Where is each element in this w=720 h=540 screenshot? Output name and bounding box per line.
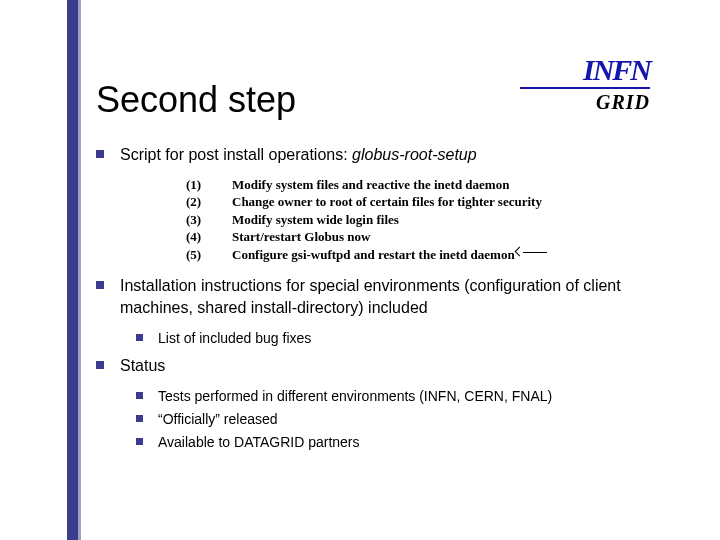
slide: INFN GRID Second step Script for post in… (0, 0, 720, 540)
step-num: (5) (186, 246, 210, 264)
step-num: (1) (186, 176, 210, 194)
logo-sub: GRID (520, 91, 650, 114)
step-num: (3) (186, 211, 210, 229)
bullet-install-instructions: Installation instructions for special en… (96, 275, 676, 318)
step-row: (5) Configure gsi-wuftpd and restart the… (186, 246, 676, 264)
subbullet-status: Tests performed in different environment… (136, 387, 676, 406)
subbullet-status: Available to DATAGRID partners (136, 433, 676, 452)
step-num: (4) (186, 228, 210, 246)
slide-body: Script for post install operations: glob… (96, 144, 676, 456)
step-text: Modify system files and reactive the ine… (232, 176, 509, 194)
step-row: (2) Change owner to root of certain file… (186, 193, 676, 211)
decorative-vertical-bar (67, 0, 78, 540)
bullet-script: Script for post install operations: glob… (96, 144, 676, 166)
bullet-script-em: globus-root-setup (352, 146, 477, 163)
step-text: Modify system wide login files (232, 211, 399, 229)
step-text: Configure gsi-wuftpd and restart the ine… (232, 246, 543, 264)
numbered-steps: (1) Modify system files and reactive the… (186, 176, 676, 264)
step-row: (1) Modify system files and reactive the… (186, 176, 676, 194)
logo-brand: INFN (520, 55, 650, 89)
subbullet-status: “Officially” released (136, 410, 676, 429)
step-num: (2) (186, 193, 210, 211)
subbullet-bugfixes: List of included bug fixes (136, 329, 676, 348)
step-row: (3) Modify system wide login files (186, 211, 676, 229)
step-text: Start/restart Globus now (232, 228, 370, 246)
step-row: (4) Start/restart Globus now (186, 228, 676, 246)
bullet-status: Status (96, 355, 676, 377)
step-text: Change owner to root of certain files fo… (232, 193, 542, 211)
bullet-script-text: Script for post install operations: (120, 146, 352, 163)
slide-title: Second step (96, 79, 296, 121)
logo: INFN GRID (520, 55, 650, 110)
